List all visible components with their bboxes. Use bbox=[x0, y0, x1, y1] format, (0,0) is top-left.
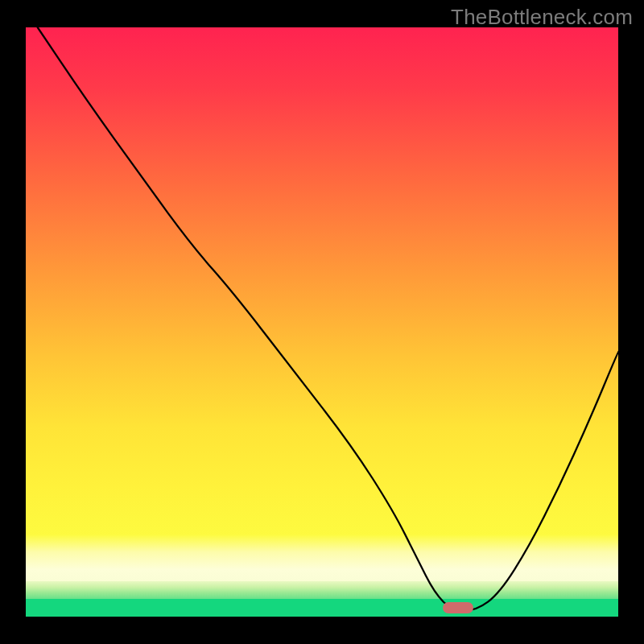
watermark-text: TheBottleneck.com bbox=[451, 5, 633, 30]
bottleneck-curve bbox=[26, 27, 618, 617]
chart-root: TheBottleneck.com bbox=[0, 0, 644, 644]
optimal-marker bbox=[443, 602, 473, 613]
plot-area bbox=[26, 27, 618, 617]
